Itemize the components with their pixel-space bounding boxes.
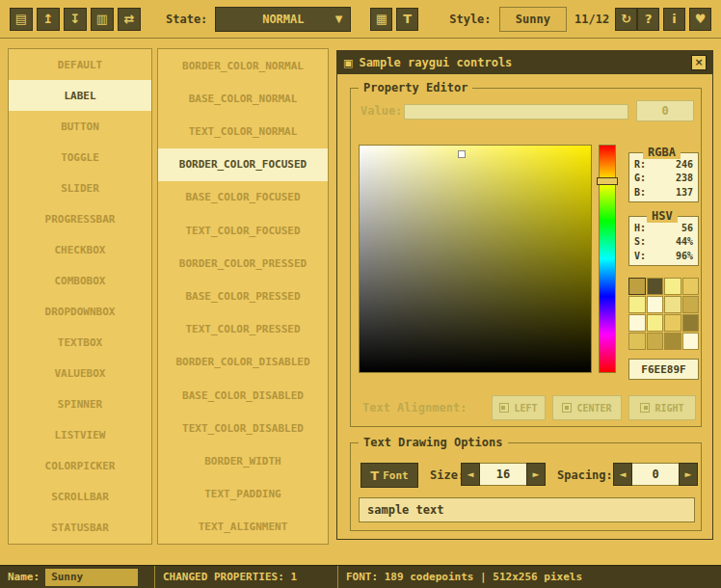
color-swatch[interactable] <box>628 278 646 295</box>
style-name-input[interactable]: Sunny <box>45 569 138 586</box>
list-item-checkbox[interactable]: CHECKBOX <box>9 234 151 265</box>
list-item-base_color_pressed[interactable]: BASE_COLOR_PRESSED <box>158 280 328 312</box>
rgba-box: RGBA R:246 G:238 B:137 <box>628 152 699 202</box>
list-item-border_width[interactable]: BORDER_WIDTH <box>158 444 328 477</box>
color-swatch-grid <box>628 278 699 350</box>
spacing-increment-button[interactable]: ► <box>679 463 698 486</box>
style-reload-button[interactable]: ↻ <box>615 8 637 31</box>
list-item-progressbar[interactable]: PROGRESSBAR <box>9 203 151 234</box>
color-swatch[interactable] <box>647 314 664 332</box>
align-center-label: CENTER <box>576 403 611 414</box>
chevron-down-icon: ▼ <box>335 13 343 24</box>
color-swatch[interactable] <box>682 333 700 350</box>
font-settings-button[interactable]: T <box>396 8 418 31</box>
color-swatch[interactable] <box>647 296 664 313</box>
size-decrement-button[interactable]: ◄ <box>461 463 480 486</box>
list-item-default[interactable]: DEFAULT <box>9 49 151 80</box>
new-style-button[interactable]: ▤ <box>10 8 33 31</box>
align-left-label: LEFT <box>514 403 537 414</box>
list-item-border_color_disabled[interactable]: BORDER_COLOR_DISABLED <box>158 346 328 379</box>
list-item-dropdownbox[interactable]: DROPDOWNBOX <box>9 297 151 328</box>
state-dropdown[interactable]: NORMAL ▼ <box>215 7 351 32</box>
color-swatch[interactable] <box>682 296 700 313</box>
list-item-slider[interactable]: SLIDER <box>9 173 151 203</box>
hex-value-box[interactable]: F6EE89F <box>628 359 699 380</box>
hsv-label: HSV <box>647 209 678 223</box>
list-item-base_color_focused[interactable]: BASE_COLOR_FOCUSED <box>158 181 328 214</box>
name-label: Name: <box>8 571 40 583</box>
size-value[interactable]: 16 <box>480 463 526 486</box>
align-center-icon <box>562 403 572 413</box>
list-item-border_color_focused[interactable]: BORDER_COLOR_FOCUSED <box>158 148 328 181</box>
list-item-colorpicker[interactable]: COLORPICKER <box>9 451 151 482</box>
align-right-label: RIGHT <box>654 403 683 414</box>
rgba-label: RGBA <box>643 146 681 159</box>
list-item-text_color_disabled[interactable]: TEXT_COLOR_DISABLED <box>158 412 328 444</box>
random-style-button[interactable]: ⇄ <box>118 8 141 31</box>
list-item-spinner[interactable]: SPINNER <box>9 389 151 420</box>
list-item-text_color_normal[interactable]: TEXT_COLOR_NORMAL <box>158 115 328 147</box>
spacing-value[interactable]: 0 <box>632 463 679 486</box>
color-swatch[interactable] <box>647 333 664 350</box>
list-item-combobox[interactable]: COMBOBOX <box>9 265 151 296</box>
list-item-text_color_pressed[interactable]: TEXT_COLOR_PRESSED <box>158 313 328 346</box>
value-slider[interactable] <box>404 104 628 120</box>
style-index: 11/12 <box>574 13 609 26</box>
list-item-base_color_disabled[interactable]: BASE_COLOR_DISABLED <box>158 379 328 412</box>
hue-bar[interactable] <box>599 145 616 373</box>
list-item-text_padding[interactable]: TEXT_PADDING <box>158 478 328 511</box>
window-titlebar[interactable]: ▣ Sample raygui controls × <box>337 51 712 74</box>
list-item-statusbar[interactable]: STATUSBAR <box>9 513 151 544</box>
sponsor-button[interactable]: ♥ <box>689 8 711 31</box>
color-swatch[interactable] <box>682 314 700 332</box>
sample-text-box[interactable]: sample text <box>359 497 695 522</box>
list-item-border_color_pressed[interactable]: BORDER_COLOR_PRESSED <box>158 247 328 280</box>
size-increment-button[interactable]: ► <box>526 463 546 486</box>
text-drawing-label: Text Drawing Options <box>359 436 508 449</box>
color-swatch[interactable] <box>664 314 681 332</box>
list-item-textbox[interactable]: TEXTBOX <box>9 328 151 359</box>
help-button[interactable]: ? <box>637 8 659 31</box>
hex-value-text: F6EE89F <box>641 363 685 376</box>
list-item-listview[interactable]: LISTVIEW <box>9 420 151 451</box>
statusbar-font-segment: FONT: 189 codepoints | 512x256 pixels <box>337 566 721 588</box>
align-center-button[interactable]: CENTER <box>552 395 622 420</box>
font-button[interactable]: T Font <box>360 463 418 488</box>
list-item-text_color_focused[interactable]: TEXT_COLOR_FOCUSED <box>158 214 328 247</box>
changed-properties-text: CHANGED PROPERTIES: 1 <box>163 571 297 583</box>
list-item-border_color_normal[interactable]: BORDER_COLOR_NORMAL <box>158 49 328 82</box>
info-button[interactable]: i <box>663 8 685 31</box>
list-item-label[interactable]: LABEL <box>9 80 151 111</box>
color-swatch[interactable] <box>664 333 681 350</box>
color-swatch[interactable] <box>628 333 646 350</box>
list-item-base_color_normal[interactable]: BASE_COLOR_NORMAL <box>158 82 328 115</box>
hsv-row-v: V:96% <box>634 250 693 263</box>
list-item-scrollbar[interactable]: SCROLLBAR <box>9 482 151 513</box>
close-button[interactable]: × <box>691 55 707 70</box>
save-style-button[interactable]: ↧ <box>64 8 87 31</box>
style-name-button[interactable]: Sunny <box>499 7 568 32</box>
spacing-label: Spacing: <box>557 468 613 482</box>
color-picker-panel[interactable] <box>359 145 592 373</box>
color-swatch[interactable] <box>647 278 664 295</box>
color-swatch[interactable] <box>682 278 700 295</box>
color-picker-cursor[interactable] <box>458 150 466 158</box>
color-swatch[interactable] <box>628 296 646 313</box>
color-swatch[interactable] <box>664 296 681 313</box>
spacing-decrement-button[interactable]: ◄ <box>613 463 632 486</box>
list-item-valuebox[interactable]: VALUEBOX <box>9 359 151 389</box>
hue-slider[interactable] <box>597 177 618 185</box>
align-right-button[interactable]: RIGHT <box>628 395 696 420</box>
list-item-button[interactable]: BUTTON <box>9 111 151 142</box>
align-left-icon <box>499 403 509 413</box>
list-item-toggle[interactable]: TOGGLE <box>9 142 151 173</box>
list-item-text_alignment[interactable]: TEXT_ALIGNMENT <box>158 511 328 544</box>
statusbar-name-segment: Name: Sunny <box>0 566 154 588</box>
load-style-button[interactable]: ↥ <box>37 8 60 31</box>
color-swatch[interactable] <box>628 314 646 332</box>
style-table-button[interactable]: ▦ <box>370 8 392 31</box>
color-swatch[interactable] <box>664 278 681 295</box>
align-left-button[interactable]: LEFT <box>492 395 546 420</box>
value-box[interactable]: 0 <box>636 100 694 121</box>
export-style-button[interactable]: ▥ <box>91 8 114 31</box>
